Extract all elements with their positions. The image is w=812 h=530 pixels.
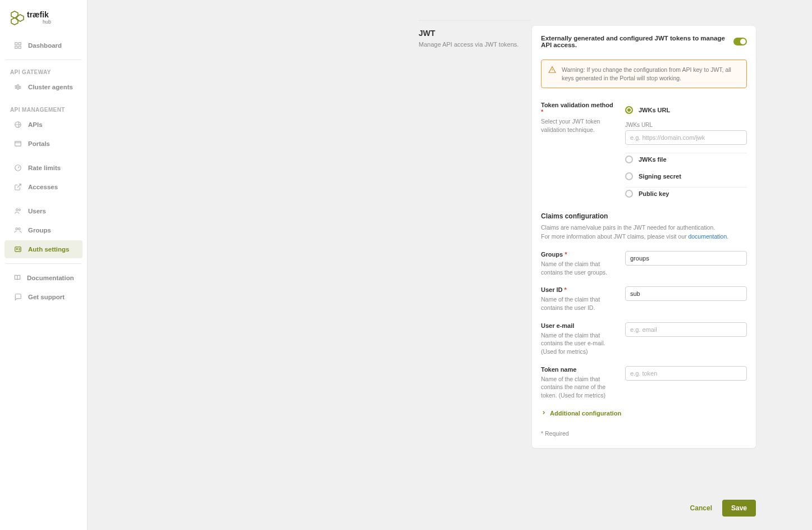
warning-icon: [548, 66, 556, 82]
chevron-right-icon: [541, 410, 547, 417]
userid-input[interactable]: [625, 286, 747, 301]
sidebar-item-label: Portals: [28, 140, 50, 147]
warning-text: Warning: If you change the configuration…: [562, 66, 740, 82]
sidebar-section-api-gateway: API GATEWAY: [0, 65, 87, 77]
sidebar-item-label: Rate limits: [28, 165, 61, 171]
jwt-config-card: Externally generated and configured JWT …: [532, 26, 756, 448]
token-validation-row: Token validation method * Select your JW…: [541, 102, 747, 202]
svg-rect-7: [15, 46, 17, 48]
jwt-enabled-toggle[interactable]: [733, 38, 747, 45]
additional-label: Additional configuration: [550, 410, 621, 417]
radio-label: JWKs file: [639, 156, 667, 163]
id-card-icon: [13, 245, 22, 254]
radio-label: Signing secret: [639, 173, 681, 180]
radio-public-key[interactable]: Public key: [625, 187, 747, 202]
chat-icon: [13, 293, 22, 301]
sidebar-item-users[interactable]: Users: [4, 202, 82, 220]
warning-alert: Warning: If you change the configuration…: [541, 60, 747, 88]
radio-icon: [625, 156, 633, 163]
divider: [6, 263, 81, 264]
card-title: Externally generated and configured JWT …: [541, 35, 733, 48]
sidebar-item-cluster-agents[interactable]: Cluster agents: [4, 78, 82, 96]
sidebar-item-documentation[interactable]: Documentation: [4, 269, 82, 287]
svg-point-20: [16, 248, 17, 249]
apis-icon: [13, 120, 22, 129]
svg-rect-11: [19, 86, 20, 89]
radio-icon: [625, 106, 633, 114]
sidebar-item-label: APIs: [28, 121, 43, 128]
radio-signing-secret[interactable]: Signing secret: [625, 168, 747, 185]
cluster-icon: [13, 83, 22, 92]
groups-icon: [13, 226, 22, 235]
svg-rect-19: [15, 247, 21, 252]
sidebar-item-rate-limits[interactable]: Rate limits: [4, 159, 82, 177]
groups-desc: Name of the claim that contains the user…: [541, 260, 614, 276]
sidebar-item-auth-settings[interactable]: Auth settings: [4, 240, 82, 258]
divider: [6, 60, 81, 60]
sidebar-item-dashboard[interactable]: Dashboard: [4, 36, 82, 54]
page-subtitle: Manage API access via JWT tokens.: [419, 41, 531, 48]
sidebar-item-groups[interactable]: Groups: [4, 221, 82, 239]
save-button[interactable]: Save: [722, 500, 756, 517]
main-content: JWT Manage API access via JWT tokens. Ex…: [88, 0, 812, 530]
required-marker: *: [541, 108, 543, 115]
radio-jwks-url[interactable]: JWKs URL: [625, 102, 747, 118]
jwks-url-input-label: JWKs URL: [625, 122, 747, 128]
groups-row: Groups * Name of the claim that contains…: [541, 251, 747, 276]
page-title: JWT: [419, 29, 531, 38]
sidebar-item-accesses[interactable]: Accesses: [4, 178, 82, 196]
claims-desc-post: .: [727, 233, 728, 240]
useremail-desc: Name of the claim that contains the user…: [541, 331, 614, 356]
tokenname-desc: Name of the claim that contains the name…: [541, 375, 614, 400]
claims-desc-line1: Claims are name/value pairs in the JWT n…: [541, 224, 715, 231]
jwks-url-input[interactable]: [625, 130, 747, 145]
svg-point-17: [16, 228, 18, 230]
sidebar-item-apis[interactable]: APIs: [4, 116, 82, 134]
useremail-label: User e-mail: [541, 322, 574, 329]
svg-text:hub: hub: [43, 19, 51, 25]
claims-desc-pre: For more information about JWT claims, p…: [541, 233, 688, 240]
svg-rect-10: [17, 85, 19, 89]
tokenname-label: Token name: [541, 366, 576, 373]
svg-point-16: [19, 209, 20, 211]
tokenname-row: Token name Name of the claim that contai…: [541, 366, 747, 400]
radio-label: JWKs URL: [639, 107, 670, 113]
svg-rect-9: [15, 86, 16, 89]
required-note: * Required: [541, 430, 747, 437]
users-icon: [13, 207, 22, 216]
sidebar-item-get-support[interactable]: Get support: [4, 288, 82, 306]
required-marker: *: [565, 286, 567, 293]
book-icon: [13, 273, 21, 282]
radio-label: Public key: [639, 190, 669, 197]
token-validation-desc: Select your JWT token validation techniq…: [541, 117, 614, 134]
sidebar-section-api-management: API MANAGEMENT: [0, 102, 87, 115]
token-validation-options: JWKs URL JWKs URL JWKs file Signing secr…: [625, 102, 747, 202]
additional-configuration-toggle[interactable]: Additional configuration: [541, 410, 747, 417]
svg-rect-6: [19, 43, 21, 45]
groups-input[interactable]: [625, 251, 747, 266]
svg-rect-8: [19, 46, 21, 48]
cancel-button[interactable]: Cancel: [688, 500, 714, 517]
sidebar-item-label: Auth settings: [28, 246, 69, 253]
sidebar-item-portals[interactable]: Portals: [4, 135, 82, 153]
radio-icon: [625, 172, 633, 180]
sidebar-item-label: Dashboard: [28, 42, 62, 49]
useremail-input[interactable]: [625, 322, 747, 337]
userid-desc: Name of the claim that contains the user…: [541, 295, 614, 312]
svg-rect-5: [15, 43, 17, 45]
documentation-link[interactable]: documentation: [688, 233, 727, 240]
radio-jwks-file[interactable]: JWKs file: [625, 153, 747, 168]
sidebar-item-label: Users: [28, 208, 46, 214]
svg-point-15: [16, 209, 19, 211]
sidebar-item-label: Documentation: [27, 275, 74, 281]
svg-point-18: [19, 228, 21, 230]
token-validation-label: Token validation method: [541, 102, 613, 108]
sidebar-item-label: Groups: [28, 227, 51, 234]
portals-icon: [13, 139, 22, 148]
useremail-row: User e-mail Name of the claim that conta…: [541, 322, 747, 356]
sidebar-item-label: Accesses: [28, 184, 58, 190]
tokenname-input[interactable]: [625, 366, 747, 381]
svg-text:træfik: træfik: [27, 10, 49, 19]
jwks-url-sub: JWKs URL: [625, 122, 747, 145]
required-marker: *: [565, 251, 567, 258]
